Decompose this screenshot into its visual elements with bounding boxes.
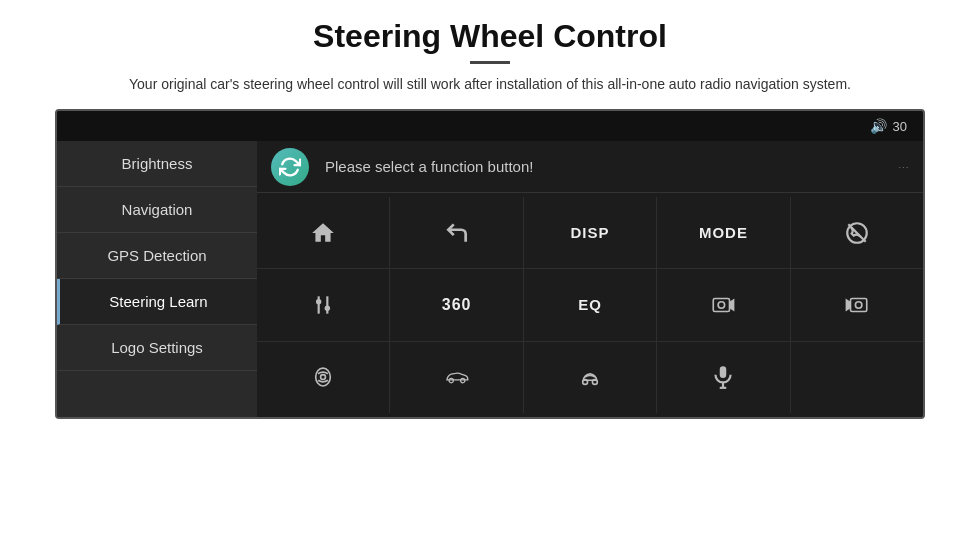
btn-cam-rear[interactable] xyxy=(791,269,923,340)
buttons-grid: DISP MODE xyxy=(257,193,923,417)
top-bar: 🔊 30 xyxy=(57,111,923,141)
btn-tune[interactable] xyxy=(257,269,390,340)
sidebar-item-navigation[interactable]: Navigation xyxy=(57,187,257,233)
btn-cam-front[interactable] xyxy=(657,269,790,340)
sidebar-item-brightness[interactable]: Brightness xyxy=(57,141,257,187)
top-right-dots: ⋯ xyxy=(898,158,909,176)
function-prompt: Please select a function button! xyxy=(325,158,533,175)
svg-rect-18 xyxy=(720,366,727,378)
page-wrapper: Steering Wheel Control Your original car… xyxy=(0,0,980,544)
main-content: Brightness Navigation GPS Detection Stee… xyxy=(57,141,923,417)
sidebar-item-logo-settings[interactable]: Logo Settings xyxy=(57,325,257,371)
svg-point-15 xyxy=(460,379,464,383)
btn-back[interactable] xyxy=(390,197,523,268)
right-top-row: Please select a function button! ⋯ xyxy=(257,141,923,193)
svg-rect-9 xyxy=(850,298,866,311)
btn-empty xyxy=(791,342,923,413)
btn-car-front[interactable] xyxy=(524,342,657,413)
sidebar-item-steering-learn[interactable]: Steering Learn xyxy=(57,279,257,325)
grid-row-3 xyxy=(257,342,923,413)
page-title: Steering Wheel Control xyxy=(313,18,667,55)
btn-no-call[interactable] xyxy=(791,197,923,268)
btn-car-top[interactable] xyxy=(257,342,390,413)
right-panel: Please select a function button! ⋯ xyxy=(257,141,923,417)
btn-disp[interactable]: DISP xyxy=(524,197,657,268)
btn-car-side[interactable] xyxy=(390,342,523,413)
volume-icon: 🔊 xyxy=(870,118,887,134)
page-subtitle: Your original car's steering wheel contr… xyxy=(129,74,851,95)
svg-point-16 xyxy=(583,380,588,385)
device-screen: 🔊 30 Brightness Navigation GPS Detection… xyxy=(55,109,925,419)
btn-home[interactable] xyxy=(257,197,390,268)
btn-eq[interactable]: EQ xyxy=(524,269,657,340)
title-underline xyxy=(470,61,510,64)
refresh-icon[interactable] xyxy=(271,148,309,186)
svg-point-8 xyxy=(719,302,726,309)
volume-number: 30 xyxy=(893,119,907,134)
btn-360[interactable]: 360 xyxy=(390,269,523,340)
grid-row-2: 360 EQ xyxy=(257,269,923,341)
svg-point-4 xyxy=(316,299,321,304)
svg-point-5 xyxy=(325,306,330,311)
grid-row-1: DISP MODE xyxy=(257,197,923,269)
svg-point-12 xyxy=(316,368,331,386)
btn-mic[interactable] xyxy=(657,342,790,413)
svg-rect-6 xyxy=(714,298,730,311)
svg-point-13 xyxy=(321,375,326,380)
sidebar: Brightness Navigation GPS Detection Stee… xyxy=(57,141,257,417)
svg-point-11 xyxy=(855,302,862,309)
svg-point-17 xyxy=(592,380,597,385)
sidebar-item-gps-detection[interactable]: GPS Detection xyxy=(57,233,257,279)
btn-mode[interactable]: MODE xyxy=(657,197,790,268)
svg-point-14 xyxy=(449,379,453,383)
